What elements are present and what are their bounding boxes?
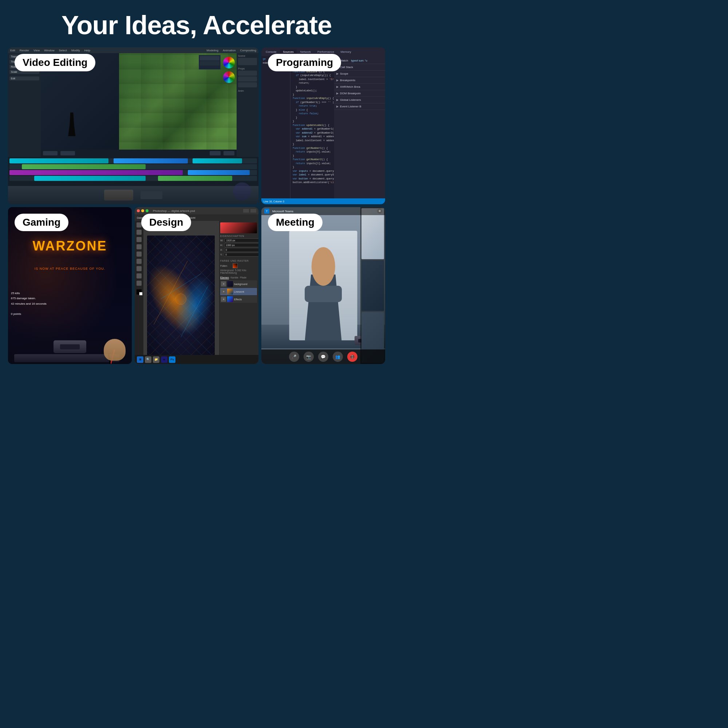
participants-button[interactable]: 👥: [333, 352, 343, 362]
taskbar-edge-icon[interactable]: e: [161, 356, 167, 363]
ps-crop-tool-icon[interactable]: [136, 244, 142, 249]
tab-memory[interactable]: Memory: [338, 49, 354, 54]
debug-xhr[interactable]: ▶ XHR/fetch Brea: [334, 84, 385, 90]
ps-fg-color[interactable]: [136, 289, 142, 294]
ps-lasso-tool-icon[interactable]: [136, 237, 142, 242]
ps-tab-pfade[interactable]: Pfade: [240, 276, 246, 279]
main-title: Your Ideas, Accelerate: [0, 0, 393, 47]
tab-performance[interactable]: Performance: [315, 49, 337, 54]
code-line-20: var addend2 = getNumber2();: [293, 131, 332, 135]
code-line-33: button.addEventListener('click', e: [293, 180, 332, 185]
taskbar-ps-icon[interactable]: Ps: [169, 356, 176, 363]
ps-max-btn[interactable]: [145, 209, 148, 212]
ps-height-input[interactable]: [224, 243, 258, 247]
callstack-label: Call Stack: [340, 66, 353, 69]
gaming-cell: Gaming WARZONE IS NOW AT PEACE BECAUSE O…: [8, 207, 132, 364]
code-line-8: }: [293, 85, 332, 89]
ve-panel-prop2: [238, 76, 257, 81]
ps-x-input[interactable]: [224, 248, 258, 252]
prog-status-text: Line 16, Column 3: [263, 200, 284, 203]
ps-gradient-icon[interactable]: [136, 281, 142, 286]
ve-tab-compositing[interactable]: Compositing: [240, 49, 256, 52]
ps-tool-1[interactable]: [243, 209, 249, 213]
ps-brush-icon[interactable]: [136, 266, 142, 271]
layer-visibility-linework-icon[interactable]: 👁: [221, 289, 226, 294]
chat-button[interactable]: 💬: [318, 352, 328, 362]
ps-background-size: Flächenfüllung: [220, 272, 257, 274]
meeting-settings-icon[interactable]: ⚙: [377, 209, 382, 214]
ps-label-fill: Füllen: [220, 265, 231, 267]
breakpoints-label: Breakpoints: [340, 79, 355, 82]
code-line-10: }: [293, 93, 332, 97]
svg-line-1: [154, 261, 188, 325]
ps-tool-2[interactable]: [251, 209, 256, 213]
timeline-clip-blue[interactable]: [113, 158, 188, 164]
ps-fill-color[interactable]: [232, 263, 238, 268]
debug-global[interactable]: ▶ Global Listeners: [334, 97, 385, 103]
debug-event[interactable]: ▶ Event Listener B: [334, 103, 385, 110]
code-line-26: }: [293, 154, 332, 158]
ps-width-input[interactable]: [225, 239, 258, 242]
tab-sources[interactable]: Sources: [280, 49, 296, 54]
layer-item-effects[interactable]: 👁 Effects: [220, 295, 257, 303]
layer-item-background[interactable]: 👁 background: [220, 280, 257, 288]
hangup-button[interactable]: 📵: [347, 352, 358, 362]
breakpoints-arrow-icon: ▶: [336, 79, 338, 82]
ps-tab-kanale[interactable]: Kanäle: [230, 276, 239, 279]
ps-canvas-area: digital-artwork.psd: [144, 221, 219, 364]
prog-body: ge index.html * See the License for the …: [262, 56, 385, 198]
ps-paint-icon[interactable]: [136, 259, 142, 264]
tab-network[interactable]: Network: [297, 49, 314, 54]
ps-close-btn[interactable]: [137, 209, 140, 212]
ve-color-wheel-2: [223, 71, 235, 83]
camera-button[interactable]: 📷: [304, 352, 314, 362]
ve-menu-modify: Modify: [71, 49, 80, 52]
timeline-clip-blue-2[interactable]: [188, 170, 250, 175]
timeline-clip-teal[interactable]: [9, 158, 109, 164]
code-line-19: var addend1 = getNumber1();: [293, 127, 332, 131]
ve-ctrl-btn1[interactable]: [43, 151, 58, 155]
ps-color-title: Farbe und Raster: [220, 260, 257, 262]
game-subtitle: IS NOW AT PEACE BECAUSE OF YOU.: [35, 267, 106, 271]
ve-ctrl-btn2[interactable]: [60, 151, 75, 155]
debug-dom[interactable]: ▶ DOM Breakpoin: [334, 90, 385, 97]
ps-label-x: X:: [220, 249, 223, 251]
taskbar-search-icon[interactable]: 🔍: [145, 356, 151, 363]
ve-ctrl-btn3[interactable]: [210, 151, 220, 155]
timeline-clip-teal-2[interactable]: [193, 158, 242, 164]
ps-eraser-icon[interactable]: [136, 273, 142, 278]
code-line-22: label.textContent = addend1 + ': [293, 139, 332, 143]
debug-scope[interactable]: ▶ Scope: [334, 70, 385, 77]
ps-tab-layers[interactable]: Ebenen: [220, 276, 229, 279]
ps-bg-color[interactable]: [139, 292, 143, 295]
taskbar-windows-icon[interactable]: ⊞: [137, 356, 144, 363]
ve-panel-anim: Anim: [238, 90, 257, 92]
meeting-app-name: Microsoft Teams: [272, 210, 294, 213]
debug-watch[interactable]: ▶ Watch typeof sum: "u: [334, 58, 385, 64]
layer-item-linework[interactable]: 👁 Linework: [220, 288, 257, 295]
layer-visibility-effects-icon[interactable]: 👁: [221, 297, 226, 302]
content-grid: Video Editing Edit Render View Window Se…: [4, 47, 389, 364]
debug-callstack[interactable]: ▶ Call Stack: [334, 64, 385, 70]
ps-select-tool-icon[interactable]: [136, 230, 142, 235]
ps-move-tool-icon[interactable]: [136, 222, 142, 228]
timeline-clip-green-2[interactable]: [158, 176, 232, 181]
mic-button[interactable]: 🎤: [289, 352, 299, 362]
layer-thumb-bg: [227, 281, 233, 287]
code-line-15: return false;: [293, 112, 332, 116]
ve-tab-animation[interactable]: Animation: [223, 49, 236, 52]
taskbar-explorer-icon[interactable]: 📁: [153, 356, 159, 363]
timeline-clip-green[interactable]: [22, 164, 145, 169]
debug-breakpoints[interactable]: ▶ Breakpoints: [334, 77, 385, 84]
svg-line-2: [181, 286, 208, 337]
ps-eyedropper-icon[interactable]: [136, 252, 142, 257]
layer-visibility-icon[interactable]: 👁: [221, 281, 226, 286]
ve-ctrl-btn4[interactable]: [223, 151, 234, 155]
ve-tab-modeling[interactable]: Modeling: [206, 49, 218, 52]
timeline-clip-purple[interactable]: [9, 170, 183, 175]
timeline-clip-teal-3[interactable]: [34, 176, 145, 181]
scope-arrow-icon: ▶: [336, 72, 338, 75]
tab-console[interactable]: Console: [263, 49, 279, 54]
ps-min-btn[interactable]: [141, 209, 144, 212]
ps-y-input[interactable]: [224, 252, 258, 257]
